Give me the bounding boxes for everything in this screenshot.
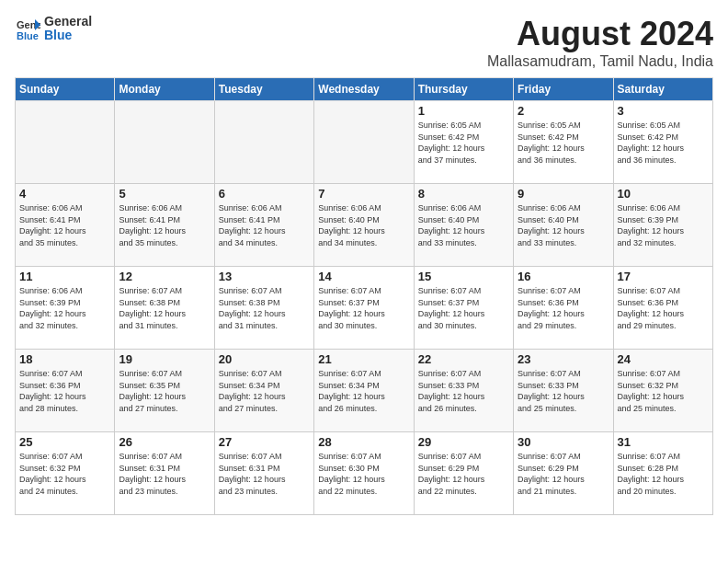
calendar-table: SundayMondayTuesdayWednesdayThursdayFrid… [15, 77, 713, 515]
day-number: 24 [618, 352, 709, 366]
day-number: 25 [19, 435, 110, 449]
calendar-cell: 16Sunrise: 6:07 AMSunset: 6:36 PMDayligh… [514, 267, 613, 350]
calendar-cell [314, 101, 414, 184]
day-number: 20 [219, 352, 310, 366]
calendar-cell: 11Sunrise: 6:06 AMSunset: 6:39 PMDayligh… [16, 267, 115, 350]
day-number: 3 [618, 104, 709, 118]
day-number: 7 [318, 187, 409, 201]
day-info: Sunrise: 6:07 AMSunset: 6:30 PMDaylight:… [318, 451, 409, 497]
day-number: 30 [518, 435, 609, 449]
day-number: 12 [119, 270, 210, 283]
day-info: Sunrise: 6:07 AMSunset: 6:31 PMDaylight:… [219, 451, 310, 497]
calendar-cell: 7Sunrise: 6:06 AMSunset: 6:40 PMDaylight… [314, 184, 414, 267]
day-info: Sunrise: 6:07 AMSunset: 6:34 PMDaylight:… [219, 368, 310, 414]
day-number: 11 [19, 270, 110, 283]
calendar-cell: 10Sunrise: 6:06 AMSunset: 6:39 PMDayligh… [613, 184, 712, 267]
day-number: 2 [518, 104, 609, 118]
calendar-cell: 6Sunrise: 6:06 AMSunset: 6:41 PMDaylight… [214, 184, 313, 267]
day-info: Sunrise: 6:05 AMSunset: 6:42 PMDaylight:… [418, 120, 509, 166]
day-number: 23 [518, 352, 609, 366]
day-number: 17 [618, 270, 709, 283]
day-header-wednesday: Wednesday [314, 78, 414, 101]
calendar-cell: 2Sunrise: 6:05 AMSunset: 6:42 PMDaylight… [514, 101, 613, 184]
day-number: 8 [418, 187, 509, 201]
day-number: 14 [318, 270, 409, 283]
svg-text:Blue: Blue [17, 30, 39, 41]
calendar-cell: 22Sunrise: 6:07 AMSunset: 6:33 PMDayligh… [414, 350, 513, 432]
calendar-cell: 8Sunrise: 6:06 AMSunset: 6:40 PMDaylight… [414, 184, 513, 267]
calendar-week-row: 25Sunrise: 6:07 AMSunset: 6:32 PMDayligh… [16, 432, 713, 515]
day-info: Sunrise: 6:07 AMSunset: 6:33 PMDaylight:… [518, 368, 609, 414]
day-info: Sunrise: 6:07 AMSunset: 6:32 PMDaylight:… [618, 368, 709, 414]
calendar-week-row: 11Sunrise: 6:06 AMSunset: 6:39 PMDayligh… [16, 267, 713, 350]
day-header-friday: Friday [514, 78, 613, 101]
day-header-tuesday: Tuesday [214, 78, 313, 101]
day-number: 26 [119, 435, 210, 449]
logo: General Blue General Blue [15, 15, 92, 43]
day-info: Sunrise: 6:07 AMSunset: 6:36 PMDaylight:… [618, 285, 709, 331]
calendar-cell: 26Sunrise: 6:07 AMSunset: 6:31 PMDayligh… [115, 432, 214, 515]
day-info: Sunrise: 6:07 AMSunset: 6:36 PMDaylight:… [518, 285, 609, 331]
day-info: Sunrise: 6:06 AMSunset: 6:41 PMDaylight:… [219, 202, 310, 248]
calendar-cell: 12Sunrise: 6:07 AMSunset: 6:38 PMDayligh… [115, 267, 214, 350]
calendar-cell: 9Sunrise: 6:06 AMSunset: 6:40 PMDaylight… [514, 184, 613, 267]
calendar-cell: 30Sunrise: 6:07 AMSunset: 6:29 PMDayligh… [514, 432, 613, 515]
day-number: 31 [618, 435, 709, 449]
day-number: 19 [119, 352, 210, 366]
day-info: Sunrise: 6:07 AMSunset: 6:37 PMDaylight:… [318, 285, 409, 331]
day-info: Sunrise: 6:07 AMSunset: 6:33 PMDaylight:… [418, 368, 509, 414]
day-info: Sunrise: 6:05 AMSunset: 6:42 PMDaylight:… [518, 120, 609, 166]
day-info: Sunrise: 6:06 AMSunset: 6:41 PMDaylight:… [19, 202, 110, 248]
day-header-thursday: Thursday [414, 78, 513, 101]
calendar-cell: 13Sunrise: 6:07 AMSunset: 6:38 PMDayligh… [214, 267, 313, 350]
day-info: Sunrise: 6:06 AMSunset: 6:41 PMDaylight:… [119, 202, 210, 248]
day-header-sunday: Sunday [16, 78, 115, 101]
calendar-subtitle: Mallasamudram, Tamil Nadu, India [487, 53, 713, 70]
day-number: 18 [19, 352, 110, 366]
day-info: Sunrise: 6:07 AMSunset: 6:35 PMDaylight:… [119, 368, 210, 414]
calendar-cell [214, 101, 313, 184]
calendar-cell: 28Sunrise: 6:07 AMSunset: 6:30 PMDayligh… [314, 432, 414, 515]
calendar-week-row: 4Sunrise: 6:06 AMSunset: 6:41 PMDaylight… [16, 184, 713, 267]
calendar-cell: 21Sunrise: 6:07 AMSunset: 6:34 PMDayligh… [314, 350, 414, 432]
day-info: Sunrise: 6:07 AMSunset: 6:31 PMDaylight:… [119, 451, 210, 497]
calendar-cell: 3Sunrise: 6:05 AMSunset: 6:42 PMDaylight… [613, 101, 712, 184]
day-number: 28 [318, 435, 409, 449]
calendar-cell: 24Sunrise: 6:07 AMSunset: 6:32 PMDayligh… [613, 350, 712, 432]
calendar-cell: 29Sunrise: 6:07 AMSunset: 6:29 PMDayligh… [414, 432, 513, 515]
calendar-cell: 4Sunrise: 6:06 AMSunset: 6:41 PMDaylight… [16, 184, 115, 267]
day-number: 21 [318, 352, 409, 366]
calendar-week-row: 18Sunrise: 6:07 AMSunset: 6:36 PMDayligh… [16, 350, 713, 432]
day-number: 22 [418, 352, 509, 366]
day-info: Sunrise: 6:06 AMSunset: 6:40 PMDaylight:… [318, 202, 409, 248]
day-header-saturday: Saturday [613, 78, 712, 101]
day-number: 5 [119, 187, 210, 201]
day-info: Sunrise: 6:06 AMSunset: 6:39 PMDaylight:… [19, 285, 110, 331]
day-info: Sunrise: 6:07 AMSunset: 6:36 PMDaylight:… [19, 368, 110, 414]
logo-blue-text: Blue [44, 29, 92, 42]
logo-icon: General Blue [15, 16, 40, 41]
calendar-week-row: 1Sunrise: 6:05 AMSunset: 6:42 PMDaylight… [16, 101, 713, 184]
calendar-cell: 5Sunrise: 6:06 AMSunset: 6:41 PMDaylight… [115, 184, 214, 267]
day-info: Sunrise: 6:07 AMSunset: 6:38 PMDaylight:… [219, 285, 310, 331]
day-header-monday: Monday [115, 78, 214, 101]
calendar-cell: 31Sunrise: 6:07 AMSunset: 6:28 PMDayligh… [613, 432, 712, 515]
title-area: August 2024 Mallasamudram, Tamil Nadu, I… [487, 15, 713, 70]
calendar-cell [115, 101, 214, 184]
calendar-cell: 27Sunrise: 6:07 AMSunset: 6:31 PMDayligh… [214, 432, 313, 515]
day-info: Sunrise: 6:07 AMSunset: 6:37 PMDaylight:… [418, 285, 509, 331]
calendar-cell: 25Sunrise: 6:07 AMSunset: 6:32 PMDayligh… [16, 432, 115, 515]
day-number: 1 [418, 104, 509, 118]
day-info: Sunrise: 6:06 AMSunset: 6:40 PMDaylight:… [518, 202, 609, 248]
day-number: 15 [418, 270, 509, 283]
header: General Blue General Blue August 2024 Ma… [15, 15, 713, 70]
logo-general-text: General [44, 15, 92, 29]
calendar-cell: 20Sunrise: 6:07 AMSunset: 6:34 PMDayligh… [214, 350, 313, 432]
day-info: Sunrise: 6:07 AMSunset: 6:29 PMDaylight:… [418, 451, 509, 497]
day-number: 6 [219, 187, 310, 201]
calendar-cell: 18Sunrise: 6:07 AMSunset: 6:36 PMDayligh… [16, 350, 115, 432]
calendar-cell: 14Sunrise: 6:07 AMSunset: 6:37 PMDayligh… [314, 267, 414, 350]
day-info: Sunrise: 6:07 AMSunset: 6:32 PMDaylight:… [19, 451, 110, 497]
calendar-cell: 15Sunrise: 6:07 AMSunset: 6:37 PMDayligh… [414, 267, 513, 350]
calendar-cell: 23Sunrise: 6:07 AMSunset: 6:33 PMDayligh… [514, 350, 613, 432]
